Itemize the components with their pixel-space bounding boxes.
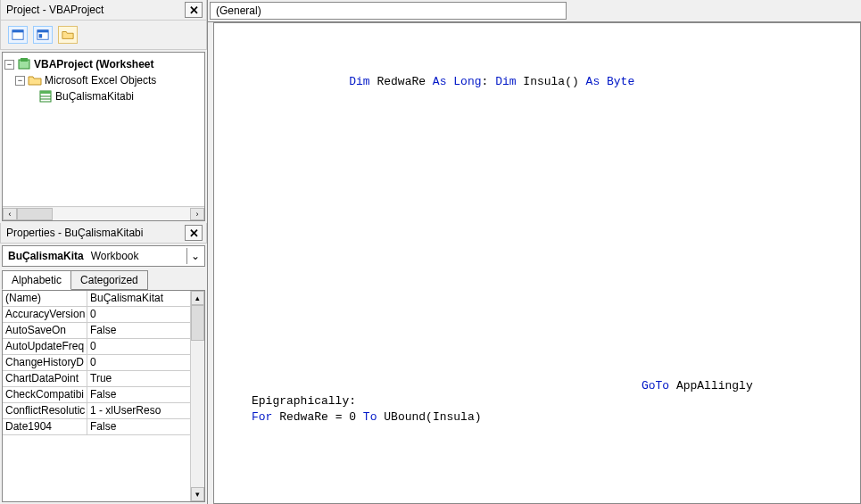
expand-collapse-icon[interactable]: − bbox=[15, 76, 25, 86]
code-line: GoTo AppAllingly bbox=[252, 378, 853, 394]
property-row[interactable]: AutoSaveOnFalse bbox=[3, 323, 190, 339]
view-code-button[interactable] bbox=[8, 26, 28, 44]
properties-grid: (Name)BuÇalismaKitatAccuracyVersion0Auto… bbox=[2, 290, 205, 502]
project-panel-title: Project - VBAProject bbox=[6, 4, 103, 16]
property-name: AutoUpdateFreq bbox=[3, 339, 87, 354]
properties-panel-title: Properties - BuÇalismaKitabi bbox=[6, 227, 143, 239]
project-panel-titlebar: Project - VBAProject ✕ bbox=[0, 0, 207, 21]
tree-root-label: VBAProject (Worksheet bbox=[34, 58, 153, 70]
property-name: ConflictResolutic bbox=[3, 403, 87, 418]
view-object-button[interactable] bbox=[33, 26, 53, 44]
property-value[interactable]: 0 bbox=[87, 307, 190, 322]
property-row[interactable]: ConflictResolutic1 - xlUserReso bbox=[3, 403, 190, 419]
tree-root-row[interactable]: − VBAProject (Worksheet bbox=[4, 56, 203, 72]
scroll-right-icon[interactable]: › bbox=[190, 208, 204, 220]
svg-rect-4 bbox=[39, 34, 43, 37]
tab-alphabetic[interactable]: Alphabetic bbox=[2, 270, 71, 290]
svg-rect-3 bbox=[37, 30, 48, 33]
object-dropdown[interactable]: (General) bbox=[210, 2, 567, 20]
svg-rect-6 bbox=[21, 58, 28, 62]
property-name: ChangeHistoryD bbox=[3, 355, 87, 370]
property-value[interactable]: 0 bbox=[87, 355, 190, 370]
selector-type: Workbook bbox=[87, 248, 186, 264]
code-header: (General) bbox=[208, 0, 861, 22]
folder-icon bbox=[28, 73, 42, 87]
property-row[interactable]: (Name)BuÇalismaKitat bbox=[3, 291, 190, 307]
property-value[interactable]: False bbox=[87, 323, 190, 338]
workbook-icon bbox=[38, 89, 53, 103]
properties-tabs: Alphabetic Categorized bbox=[2, 270, 205, 290]
property-row[interactable]: ChartDataPointTrue bbox=[3, 371, 190, 387]
property-value[interactable]: 0 bbox=[87, 339, 190, 354]
property-value[interactable]: BuÇalismaKitat bbox=[87, 291, 190, 306]
project-panel-close-button[interactable]: ✕ bbox=[185, 2, 203, 18]
property-value[interactable]: True bbox=[87, 371, 190, 386]
tree-workbook-label: BuÇalismaKitabi bbox=[55, 90, 134, 103]
properties-panel-close-button[interactable]: ✕ bbox=[185, 225, 203, 241]
property-name: Date1904 bbox=[3, 419, 87, 434]
property-name: CheckCompatibi bbox=[3, 387, 87, 402]
scroll-down-icon[interactable]: ▾ bbox=[191, 487, 204, 501]
property-name: (Name) bbox=[3, 291, 87, 306]
property-value[interactable]: 1 - xlUserReso bbox=[87, 403, 190, 418]
tree-objects-label: Microsoft Excel Objects bbox=[45, 74, 156, 87]
expand-collapse-icon[interactable]: − bbox=[4, 60, 14, 70]
project-toolbar bbox=[0, 21, 207, 50]
properties-vscrollbar[interactable]: ▴ ▾ bbox=[190, 291, 204, 501]
properties-object-selector[interactable]: BuÇalismaKita Workbook ⌄ bbox=[2, 245, 205, 267]
property-row[interactable]: Date1904False bbox=[3, 419, 190, 435]
svg-rect-8 bbox=[40, 91, 51, 94]
code-line: Dim RedwaRe As Long: Dim Insula() As Byt… bbox=[252, 74, 853, 90]
selector-name: BuÇalismaKita bbox=[4, 248, 87, 264]
tree-workbook-row[interactable]: BuÇalismaKitabi bbox=[4, 88, 203, 104]
property-row[interactable]: CheckCompatibiFalse bbox=[3, 387, 190, 403]
dropdown-value: (General) bbox=[216, 4, 261, 17]
project-tree-hscrollbar[interactable]: ‹ › bbox=[3, 206, 204, 220]
property-name: AutoSaveOn bbox=[3, 323, 87, 338]
property-name: ChartDataPoint bbox=[3, 371, 87, 386]
tree-objects-row[interactable]: − Microsoft Excel Objects bbox=[4, 72, 203, 88]
scroll-up-icon[interactable]: ▴ bbox=[191, 291, 204, 305]
scroll-left-icon[interactable]: ‹ bbox=[3, 208, 17, 220]
property-row[interactable]: AccuracyVersion0 bbox=[3, 307, 190, 323]
vba-project-icon bbox=[17, 57, 31, 71]
property-row[interactable]: ChangeHistoryD0 bbox=[3, 355, 190, 371]
property-row[interactable]: AutoUpdateFreq0 bbox=[3, 339, 190, 355]
code-editor[interactable]: Dim RedwaRe As Long: Dim Insula() As Byt… bbox=[213, 22, 861, 504]
property-name: AccuracyVersion bbox=[3, 307, 87, 322]
property-value[interactable]: False bbox=[87, 419, 190, 434]
code-line: For RedwaRe = 0 To UBound(Insula) bbox=[252, 409, 853, 426]
properties-panel-titlebar: Properties - BuÇalismaKitabi ✕ bbox=[0, 223, 207, 244]
scroll-thumb[interactable] bbox=[17, 208, 53, 220]
toggle-folders-button[interactable] bbox=[58, 26, 78, 44]
svg-rect-1 bbox=[12, 30, 23, 33]
code-line: Epigraphically: bbox=[252, 393, 853, 409]
property-value[interactable]: False bbox=[87, 387, 190, 402]
scroll-thumb[interactable] bbox=[191, 305, 204, 341]
chevron-down-icon[interactable]: ⌄ bbox=[186, 248, 203, 264]
project-tree[interactable]: − VBAProject (Worksheet − Microsoft Exce… bbox=[2, 52, 205, 221]
tab-categorized[interactable]: Categorized bbox=[70, 270, 148, 290]
